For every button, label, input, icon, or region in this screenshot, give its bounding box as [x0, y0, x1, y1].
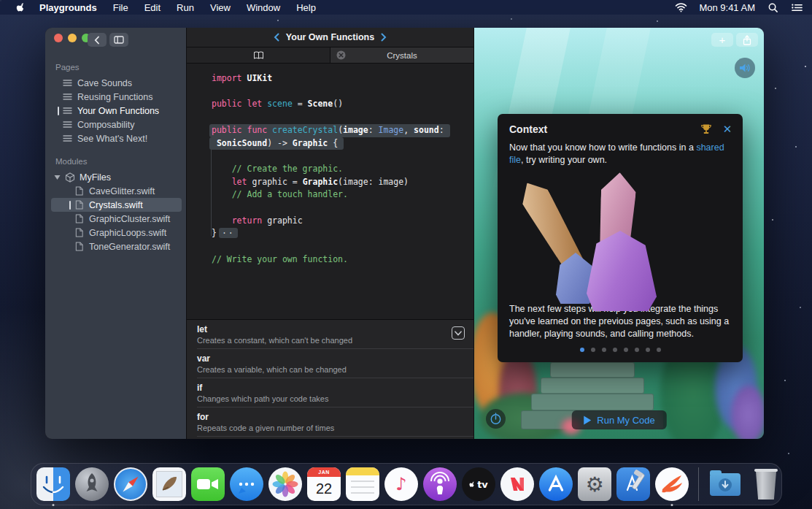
- dock-appstore-icon[interactable]: [539, 467, 573, 501]
- code-line[interactable]: public let scene = Scene(): [212, 98, 473, 111]
- suggestion-if[interactable]: ifChanges which path your code takes: [187, 378, 473, 407]
- dock-finder-icon[interactable]: [36, 467, 70, 501]
- menu-window[interactable]: Window: [247, 2, 280, 13]
- search-icon[interactable]: [767, 2, 779, 13]
- minimize-window-button[interactable]: [68, 34, 77, 42]
- expand-suggestions-button[interactable]: [452, 326, 465, 340]
- close-popup-button[interactable]: ✕: [722, 123, 732, 136]
- trophy-icon[interactable]: [700, 123, 712, 135]
- dock-trash-icon[interactable]: [749, 467, 783, 501]
- suggestion-while[interactable]: while: [187, 437, 473, 439]
- dock-safari-icon[interactable]: [114, 467, 147, 501]
- add-button[interactable]: +: [711, 33, 733, 47]
- sidebar: Pages Cave SoundsReusing FunctionsYour O…: [45, 28, 186, 439]
- dock-news-icon[interactable]: [500, 467, 534, 501]
- menu-file[interactable]: File: [113, 2, 128, 13]
- dock-podcasts-icon[interactable]: [423, 467, 457, 501]
- code-editor[interactable]: import UIKit public let scene = Scene() …: [187, 64, 473, 319]
- menu-help[interactable]: Help: [296, 2, 316, 13]
- speed-control-button[interactable]: [486, 409, 506, 429]
- page-dot-2[interactable]: [602, 348, 606, 352]
- sidebar-file-crystals-swift[interactable]: Crystals.swift: [51, 198, 182, 212]
- crystal-purple: [587, 231, 657, 311]
- suggestion-for[interactable]: forRepeats code a given number of times: [187, 407, 473, 436]
- sidebar-file-graphicloops-swift[interactable]: GraphicLoops.swift: [45, 226, 186, 240]
- page-dot-3[interactable]: [613, 348, 617, 352]
- code-line[interactable]: let graphic = Graphic(image: image): [212, 176, 473, 189]
- dock-settings-icon[interactable]: ⚙: [578, 467, 611, 501]
- share-icon: [743, 35, 751, 45]
- sidebar-item-see-what-s-next-[interactable]: See What's Next!: [45, 131, 186, 145]
- code-line[interactable]: SonicSound) -> Graphic {: [209, 137, 344, 150]
- sidebar-file-graphiccluster-swift[interactable]: GraphicCluster.swift: [45, 212, 186, 226]
- suggestion-let[interactable]: letCreates a constant, which can't be ch…: [187, 320, 473, 348]
- dock-photos-icon[interactable]: [268, 467, 302, 501]
- wifi-icon[interactable]: [675, 2, 687, 13]
- sound-button[interactable]: [735, 58, 755, 78]
- code-line[interactable]: public func createCrystal(image: Image, …: [209, 124, 450, 137]
- sidebar-toggle-button[interactable]: [109, 33, 128, 47]
- dock-messages-icon[interactable]: [230, 467, 263, 501]
- menu-view[interactable]: View: [210, 2, 231, 13]
- dock-launchpad-icon[interactable]: [75, 467, 109, 501]
- dock: JAN22♪tv⚙: [31, 463, 782, 505]
- dock-swift-playgrounds-icon[interactable]: [655, 467, 689, 501]
- sidebar-item-your-own-functions[interactable]: Your Own Functions: [45, 104, 186, 118]
- code-line[interactable]: }··: [212, 227, 473, 240]
- code-line[interactable]: return graphic: [212, 215, 473, 228]
- code-line[interactable]: [212, 85, 473, 99]
- code-line[interactable]: [212, 202, 473, 215]
- dock-facetime-icon[interactable]: [191, 467, 225, 501]
- sidebar-file-tonegenerator-swift[interactable]: ToneGenerator.swift: [45, 240, 186, 253]
- code-line[interactable]: [212, 111, 473, 124]
- page-dots[interactable]: [498, 340, 743, 362]
- dock-tv-icon[interactable]: tv: [462, 467, 495, 501]
- apple-logo-icon[interactable]: [16, 2, 26, 13]
- dock-mail-icon[interactable]: [152, 467, 186, 501]
- page-dot-5[interactable]: [635, 348, 639, 352]
- suggestion-var[interactable]: varCreates a variable, which can be chan…: [187, 349, 473, 378]
- suggestion-keyword: if: [197, 383, 440, 393]
- sidebar-file-caveglitter-swift[interactable]: CaveGlitter.swift: [45, 184, 186, 198]
- dock-notes-icon[interactable]: [346, 467, 379, 501]
- disclosure-triangle-icon[interactable]: [54, 174, 61, 180]
- menu-app-name[interactable]: Playgrounds: [39, 2, 97, 13]
- control-center-icon[interactable]: [791, 2, 803, 13]
- code-line[interactable]: import UIKit: [212, 72, 473, 85]
- page-dot-6[interactable]: [646, 348, 650, 352]
- back-button[interactable]: [88, 33, 107, 47]
- page-dot-4[interactable]: [624, 348, 628, 352]
- code-line[interactable]: // Write your own function.: [212, 253, 473, 267]
- sidebar-item-myfiles[interactable]: MyFiles: [45, 170, 186, 184]
- close-tab-icon[interactable]: [336, 50, 346, 60]
- tab-book[interactable]: [187, 47, 330, 63]
- sidebar-item-composability[interactable]: Composability: [45, 118, 186, 131]
- sidebar-item-cave-sounds[interactable]: Cave Sounds: [45, 76, 186, 90]
- previous-page-icon[interactable]: [274, 33, 279, 42]
- close-window-button[interactable]: [54, 34, 63, 42]
- code-line[interactable]: [212, 240, 473, 253]
- next-page-icon[interactable]: [381, 33, 387, 42]
- page-title: Your Own Functions: [286, 32, 374, 42]
- dock-xcode-icon[interactable]: [616, 467, 650, 501]
- sidebar-item-reusing-functions[interactable]: Reusing Functions: [45, 90, 186, 104]
- menu-edit[interactable]: Edit: [144, 2, 161, 13]
- suggestion-description: Changes which path your code takes: [197, 394, 440, 403]
- dock-calendar-icon[interactable]: JAN22: [307, 467, 341, 501]
- dock-music-icon[interactable]: ♪: [384, 467, 418, 501]
- share-button[interactable]: [736, 33, 758, 47]
- run-my-code-button[interactable]: Run My Code: [571, 410, 666, 429]
- tab-crystals[interactable]: Crystals: [330, 47, 473, 63]
- code-line[interactable]: // Create the graphic.: [212, 163, 473, 176]
- page-dot-0[interactable]: [580, 348, 584, 352]
- menu-items: FileEditRunViewWindowHelp: [113, 2, 332, 13]
- dock-downloads-icon[interactable]: [708, 467, 742, 501]
- page-dot-7[interactable]: [657, 348, 661, 352]
- play-icon: [583, 416, 591, 425]
- menu-run[interactable]: Run: [177, 2, 194, 13]
- code-line[interactable]: [212, 150, 473, 163]
- menu-clock[interactable]: Mon 9:41 AM: [699, 2, 755, 13]
- page-dot-1[interactable]: [591, 348, 595, 352]
- file-label: GraphicLoops.swift: [89, 228, 166, 238]
- code-line[interactable]: // Add a touch handler.: [212, 188, 473, 202]
